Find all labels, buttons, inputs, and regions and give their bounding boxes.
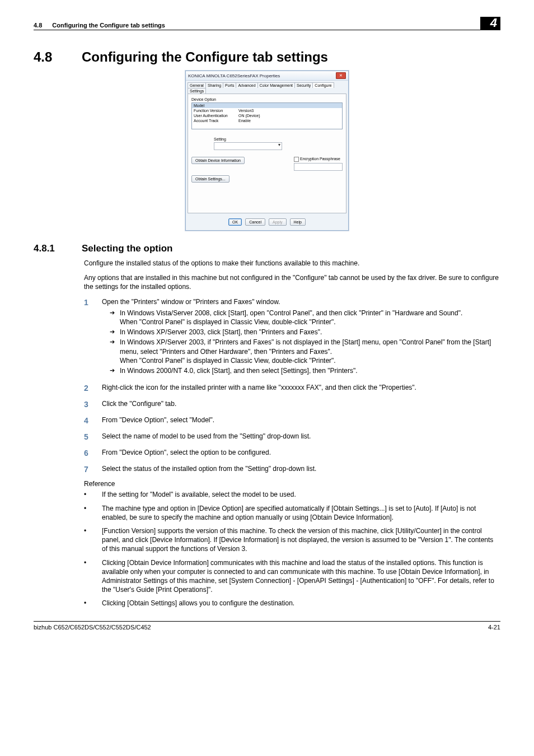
step-6: 6From "Device Option", select the option… xyxy=(84,448,500,459)
dialog-screenshot: KONICA MINOLTA C652SeriesFAX Properties … xyxy=(34,71,500,231)
reference-item: Clicking [Obtain Device Information] com… xyxy=(84,558,500,595)
encryption-input[interactable] xyxy=(294,163,343,171)
header-section-number: 4.8 xyxy=(34,22,42,29)
step-4: 4From "Device Option", select "Model". xyxy=(84,416,500,426)
tab-color-management[interactable]: Color Management xyxy=(257,82,296,88)
device-option-listbox[interactable]: Model Function VersionVersion3 User Auth… xyxy=(191,102,343,129)
apply-button[interactable]: Apply xyxy=(269,218,287,226)
step-number: 2 xyxy=(84,383,102,394)
list-row-function-version[interactable]: Function VersionVersion3 xyxy=(192,108,342,113)
step-sub-item: In Windows 2000/NT 4.0, click [Start], a… xyxy=(110,366,500,375)
step-3: 3Click the "Configure" tab. xyxy=(84,399,500,410)
reference-list: If the setting for "Model" is available,… xyxy=(84,490,500,608)
section-heading: 4.8Configuring the Configure tab setting… xyxy=(34,49,500,65)
reference-item: If the setting for "Model" is available,… xyxy=(84,490,500,499)
tab-general[interactable]: General xyxy=(188,82,206,88)
footer-left: bizhub C652/C652DS/C552/C552DS/C452 xyxy=(34,624,151,631)
step-sub-item: In Windows XP/Server 2003, click [Start]… xyxy=(110,328,500,337)
tab-security[interactable]: Security xyxy=(294,82,313,88)
ok-button[interactable]: OK xyxy=(228,218,242,226)
cancel-button[interactable]: Cancel xyxy=(245,218,265,226)
step-text: From "Device Option", select the option … xyxy=(102,448,500,459)
tab-settings[interactable]: Settings xyxy=(188,88,206,94)
encryption-checkbox[interactable] xyxy=(294,157,299,162)
step-7: 7Select the status of the installed opti… xyxy=(84,464,500,475)
list-row-model[interactable]: Model xyxy=(192,103,342,108)
page-header: 4.8 Configuring the Configure tab settin… xyxy=(34,17,500,30)
step-sub-item: In Windows Vista/Server 2008, click [Sta… xyxy=(110,309,500,326)
step-5: 5Select the name of model to be used fro… xyxy=(84,432,500,442)
dialog-titlebar: KONICA MINOLTA C652SeriesFAX Properties … xyxy=(186,71,348,81)
chapter-badge: 4 xyxy=(480,17,500,30)
reference-label: Reference xyxy=(84,480,500,488)
reference-item: The machine type and option in [Device O… xyxy=(84,504,500,522)
step-number: 7 xyxy=(84,464,102,475)
tab-sharing[interactable]: Sharing xyxy=(205,82,223,88)
tab-advanced[interactable]: Advanced xyxy=(236,82,257,88)
close-icon[interactable]: ✕ xyxy=(336,72,346,79)
step-number: 6 xyxy=(84,448,102,459)
step-1: 1 Open the "Printers" window or "Printer… xyxy=(84,297,500,378)
device-option-label: Device Option xyxy=(191,97,343,101)
step-text: Click the "Configure" tab. xyxy=(102,399,500,410)
obtain-settings-button[interactable]: Obtain Settings... xyxy=(191,175,229,183)
list-row-user-authentication[interactable]: User AuthenticationON (Device) xyxy=(192,113,342,118)
subsection-number: 4.8.1 xyxy=(34,243,82,254)
subsection-heading: 4.8.1Selecting the option xyxy=(34,243,500,254)
footer-right: 4-21 xyxy=(488,624,500,631)
help-button[interactable]: Help xyxy=(290,218,306,226)
step-number: 4 xyxy=(84,416,102,426)
step-number: 5 xyxy=(84,432,102,442)
step-text: Right-click the icon for the installed p… xyxy=(102,383,500,394)
step-2: 2Right-click the icon for the installed … xyxy=(84,383,500,394)
intro-paragraph-1: Configure the installed status of the op… xyxy=(84,259,500,268)
dialog-panel: Device Option Model Function VersionVers… xyxy=(188,94,346,213)
setting-label: Setting xyxy=(214,137,343,141)
steps-list: 1 Open the "Printers" window or "Printer… xyxy=(84,297,500,475)
section-heading-number: 4.8 xyxy=(34,49,82,65)
reference-item: [Function Version] supports the version … xyxy=(84,526,500,554)
tab-configure[interactable]: Configure xyxy=(312,82,334,88)
obtain-device-info-button[interactable]: Obtain Device Information xyxy=(191,157,245,164)
encryption-label: Encryption Passphrase xyxy=(300,157,340,161)
dialog-title: KONICA MINOLTA C652SeriesFAX Properties xyxy=(188,73,280,78)
step-sub-item: In Windows XP/Server 2003, if "Printers … xyxy=(110,338,500,365)
subsection-text: Selecting the option xyxy=(82,243,172,254)
section-heading-text: Configuring the Configure tab settings xyxy=(82,49,328,64)
header-section-title: Configuring the Configure tab settings xyxy=(52,22,165,29)
list-row-account-track[interactable]: Account TrackEnable xyxy=(192,118,342,123)
step-number: 3 xyxy=(84,399,102,410)
step-text: Select the status of the installed optio… xyxy=(102,464,500,475)
tab-ports[interactable]: Ports xyxy=(223,82,236,88)
step-number: 1 xyxy=(84,297,102,378)
intro-paragraph-2: Any options that are installed in this m… xyxy=(84,273,500,291)
reference-item: Clicking [Obtain Settings] allows you to… xyxy=(84,599,500,608)
step-text: Open the "Printers" window or "Printers … xyxy=(102,298,280,306)
setting-dropdown[interactable] xyxy=(214,142,282,150)
page-footer: bizhub C652/C652DS/C552/C552DS/C452 4-21 xyxy=(34,621,500,631)
step-text: From "Device Option", select "Model". xyxy=(102,416,500,426)
dialog-tabs: General Sharing Ports Advanced Color Man… xyxy=(186,81,348,94)
step-text: Select the name of model to be used from… xyxy=(102,432,500,442)
